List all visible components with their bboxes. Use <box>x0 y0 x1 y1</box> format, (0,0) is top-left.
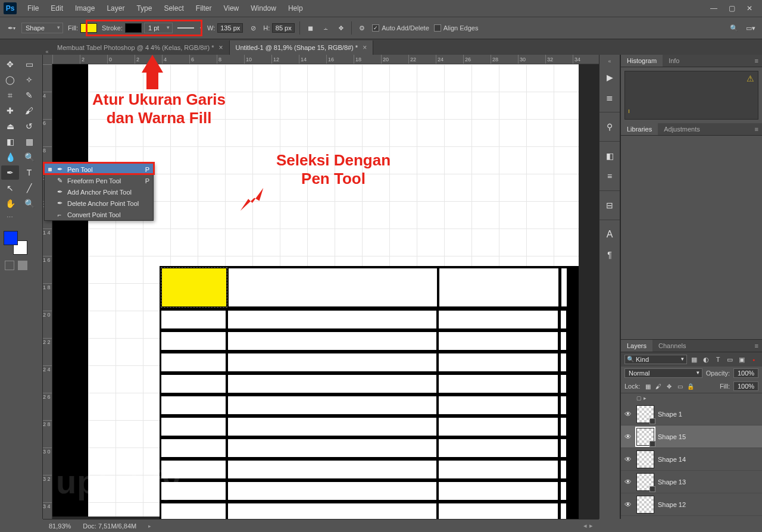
lock-all-icon[interactable]: 🔒 <box>686 382 695 390</box>
tab-layers[interactable]: Layers <box>621 340 652 352</box>
lock-position-icon[interactable]: ✥ <box>665 382 673 390</box>
menu-type[interactable]: Type <box>132 2 157 15</box>
layer-row-shape-13[interactable]: 👁 Shape 13 <box>621 471 762 493</box>
blur-tool[interactable]: 💧 <box>1 150 19 164</box>
artboard-header[interactable]: ▢ ▸ <box>621 393 762 403</box>
filter-pixel-icon[interactable]: ▦ <box>689 355 699 364</box>
layer-thumb[interactable] <box>636 428 654 446</box>
width-input[interactable]: 135 px <box>217 23 243 33</box>
layer-visibility-icon[interactable]: 👁 <box>623 410 633 418</box>
path-select-tool[interactable]: ↖ <box>1 181 19 195</box>
foreground-color-swatch[interactable] <box>4 231 18 245</box>
hand-tool[interactable]: ✋ <box>1 196 19 211</box>
lasso-tool[interactable]: ◯ <box>1 73 19 87</box>
tab-libraries[interactable]: Libraries <box>621 123 658 135</box>
opacity-input[interactable]: 100% <box>733 368 758 378</box>
histogram-menu-icon[interactable]: ≡ <box>751 56 762 65</box>
blend-mode-dropdown[interactable]: Normal <box>624 368 702 378</box>
search-icon[interactable]: 🔍 <box>729 23 739 33</box>
zoom-readout[interactable]: 81,93% <box>49 522 71 530</box>
histogram-warning-icon[interactable]: ⚠ <box>747 74 754 83</box>
layer-name[interactable]: Shape 1 <box>658 411 682 418</box>
canvas-area[interactable]: 20246810121416182022242628303234 4681 01… <box>43 55 599 519</box>
stroke-style-group[interactable]: ▾ <box>177 26 202 31</box>
tab-histogram[interactable]: Histogram <box>621 55 663 67</box>
menu-select[interactable]: Select <box>159 2 188 15</box>
glyphs-icon[interactable]: A <box>602 227 617 242</box>
swatches-icon[interactable]: ◧ <box>602 149 617 163</box>
maximize-button[interactable]: ▢ <box>723 2 741 14</box>
filter-adjust-icon[interactable]: ◐ <box>701 355 711 364</box>
tab-info[interactable]: Info <box>663 55 685 67</box>
libraries-menu-icon[interactable]: ≡ <box>751 124 762 134</box>
menu-view[interactable]: View <box>218 2 243 15</box>
layer-name[interactable]: Shape 15 <box>658 433 686 440</box>
menu-image[interactable]: Image <box>70 2 99 15</box>
layer-visibility-icon[interactable]: 👁 <box>623 433 633 441</box>
tool-preset-icon[interactable]: ✒▾ <box>6 23 17 33</box>
layer-visibility-icon[interactable]: 👁 <box>623 455 633 464</box>
lock-paint-icon[interactable]: 🖌 <box>654 382 663 390</box>
menu-edit[interactable]: Edit <box>46 2 68 15</box>
shape-tool[interactable]: ╱ <box>20 181 38 195</box>
flyout-add-anchor[interactable]: ✒ Add Anchor Point Tool <box>45 186 153 198</box>
flyout-pen-tool[interactable]: ✒ Pen Tool P <box>45 164 153 175</box>
eyedropper-tool[interactable]: ✎ <box>20 88 38 102</box>
minimize-button[interactable]: — <box>705 2 723 14</box>
flyout-convert-point[interactable]: ⌐ Convert Point Tool <box>45 209 153 220</box>
menu-file[interactable]: File <box>23 2 43 15</box>
layer-name[interactable]: Shape 13 <box>658 478 686 486</box>
layers-menu-icon[interactable]: ≡ <box>751 341 762 351</box>
auto-add-delete-group[interactable]: Auto Add/Delete <box>372 24 429 32</box>
filter-smart-icon[interactable]: ▣ <box>737 355 747 364</box>
stroke-size-dropdown[interactable]: 1 pt <box>144 23 173 33</box>
align-edges-group[interactable]: Align Edges <box>434 24 479 32</box>
layer-row-shape-14[interactable]: 👁 Shape 14 <box>621 448 762 471</box>
close-button[interactable]: ✕ <box>741 2 758 14</box>
menu-window[interactable]: Window <box>246 2 281 15</box>
crop-tool[interactable]: ⌗ <box>1 88 19 102</box>
layer-name[interactable]: Shape 14 <box>658 456 686 463</box>
link-wh-icon[interactable]: ⊘ <box>248 23 258 33</box>
stroke-swatch[interactable] <box>125 23 142 33</box>
actions-play-icon[interactable]: ▶ <box>602 70 617 85</box>
layer-thumb[interactable] <box>636 473 654 491</box>
lock-transparent-icon[interactable]: ▦ <box>644 382 652 390</box>
layer-thumb[interactable] <box>636 450 654 468</box>
quick-mask-icon[interactable] <box>18 261 27 270</box>
menu-help[interactable]: Help <box>283 2 308 15</box>
paragraph-icon[interactable]: ⊟ <box>602 198 617 212</box>
expand-strip-icon[interactable]: « <box>608 58 611 64</box>
layers-list[interactable]: ▢ ▸ 👁 Shape 1 👁 Shape 15 👁 Shape 14 <box>621 393 762 519</box>
filter-shape-icon[interactable]: ▭ <box>725 355 735 364</box>
pen-tool[interactable]: ✒ <box>1 165 19 180</box>
edit-toolbar-icon[interactable]: ⋯ <box>1 212 19 223</box>
properties-icon[interactable]: ¶ <box>602 248 617 262</box>
history-icon[interactable]: ≣ <box>602 90 617 105</box>
marquee-tool[interactable]: ▭ <box>20 57 38 71</box>
collapse-toolbar-icon[interactable]: « <box>43 49 51 55</box>
path-align-icon[interactable]: ⫠ <box>320 23 331 33</box>
layer-row-shape-15[interactable]: 👁 Shape 15 <box>621 425 762 448</box>
color-swatches[interactable] <box>4 231 27 255</box>
layer-row-shape-1[interactable]: 👁 Shape 1 <box>621 403 762 425</box>
doc-tab-1-close-icon[interactable]: × <box>219 43 223 52</box>
status-arrow-icon[interactable]: ▸ <box>148 523 151 529</box>
tab-channels[interactable]: Channels <box>652 340 692 352</box>
layer-thumb[interactable] <box>636 405 654 423</box>
lock-artboard-icon[interactable]: ▭ <box>676 382 684 390</box>
menu-layer[interactable]: Layer <box>102 2 129 15</box>
menu-filter[interactable]: Filter <box>191 2 217 15</box>
workspace-icon[interactable]: ▭▾ <box>745 23 756 33</box>
doc-size-readout[interactable]: Doc: 7,51M/6,84M <box>83 522 136 530</box>
height-input[interactable]: 85 px <box>272 23 295 33</box>
flyout-delete-anchor[interactable]: ✒ Delete Anchor Point Tool <box>45 198 153 209</box>
flyout-freeform-pen[interactable]: ✎ Freeform Pen Tool P <box>45 175 153 186</box>
healing-tool[interactable]: ✚ <box>1 104 19 118</box>
auto-add-delete-checkbox[interactable] <box>372 24 379 32</box>
align-edges-checkbox[interactable] <box>434 24 441 32</box>
move-tool[interactable]: ✥ <box>1 57 19 71</box>
zoom-tool[interactable]: 🔍 <box>20 196 38 211</box>
character-icon[interactable]: ⚲ <box>602 120 617 134</box>
tool-mode-dropdown[interactable]: Shape <box>21 23 63 33</box>
